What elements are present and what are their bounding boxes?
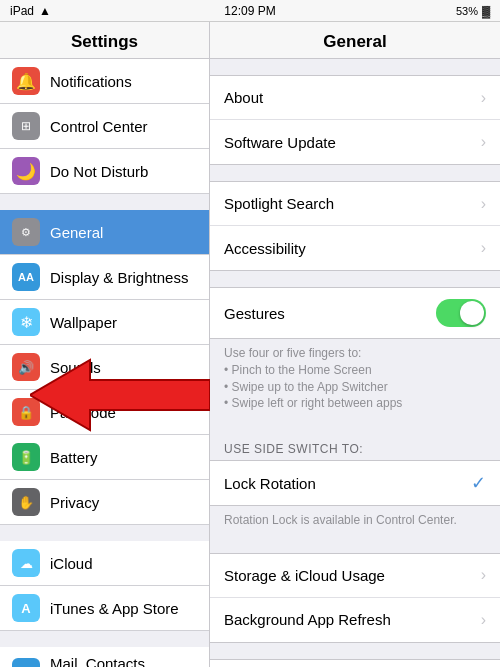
- gestures-label: Gestures: [224, 305, 436, 322]
- row-storage[interactable]: Storage & iCloud Usage ›: [210, 554, 500, 598]
- general-icon: ⚙: [12, 218, 40, 246]
- accessibility-label: Accessibility: [224, 240, 481, 257]
- about-chevron: ›: [481, 89, 486, 107]
- side-switch-label: USE SIDE SWITCH TO:: [210, 436, 500, 460]
- gestures-note: Use four or five fingers to: • Pinch to …: [210, 339, 500, 420]
- sidebar-item-itunes[interactable]: A iTunes & App Store: [0, 586, 209, 631]
- sidebar-item-sounds[interactable]: 🔊 Sounds: [0, 345, 209, 390]
- itunes-icon: A: [12, 594, 40, 622]
- sidebar-item-label: Sounds: [50, 359, 199, 376]
- sidebar-item-label: Do Not Disturb: [50, 163, 199, 180]
- wallpaper-icon: ❄: [12, 308, 40, 336]
- spotlight-label: Spotlight Search: [224, 195, 481, 212]
- sidebar-item-label: iCloud: [50, 555, 199, 572]
- sidebar-item-control-center[interactable]: ⊞ Control Center: [0, 104, 209, 149]
- lock-rotation-checkmark: ✓: [471, 472, 486, 494]
- status-carrier: iPad ▲: [10, 4, 51, 18]
- row-accessibility[interactable]: Accessibility ›: [210, 226, 500, 270]
- about-label: About: [224, 89, 481, 106]
- status-bar: iPad ▲ 12:09 PM 53% ▓: [0, 0, 500, 22]
- row-autolock[interactable]: Auto-Lock 2 Minutes ›: [210, 660, 500, 667]
- status-right: 53% ▓: [456, 5, 490, 17]
- sidebar-item-wallpaper[interactable]: ❄ Wallpaper: [0, 300, 209, 345]
- row-software-update[interactable]: Software Update ›: [210, 120, 500, 164]
- accessibility-chevron: ›: [481, 239, 486, 257]
- row-lock-rotation[interactable]: Lock Rotation ✓: [210, 461, 500, 505]
- sidebar-item-icloud[interactable]: ☁ iCloud: [0, 541, 209, 586]
- main-layout: Settings 🔔 Notifications ⊞ Control Cente…: [0, 22, 500, 667]
- sidebar-separator: [0, 194, 209, 210]
- battery-icon: ▓: [482, 5, 490, 17]
- background-chevron: ›: [481, 611, 486, 629]
- section-side-switch: USE SIDE SWITCH TO: Lock Rotation ✓ Rota…: [210, 436, 500, 537]
- section-autolock: Auto-Lock 2 Minutes › Restrictions On › …: [210, 659, 500, 667]
- software-update-chevron: ›: [481, 133, 486, 151]
- status-time: 12:09 PM: [224, 4, 275, 18]
- sidebar-item-battery[interactable]: 🔋 Battery: [0, 435, 209, 480]
- sidebar-item-mail[interactable]: ✉ Mail, Contacts, Calendars: [0, 647, 209, 667]
- sidebar-item-general[interactable]: ⚙ General: [0, 210, 209, 255]
- sidebar-item-label: iTunes & App Store: [50, 600, 199, 617]
- sidebar-item-label: Notifications: [50, 73, 199, 90]
- spotlight-chevron: ›: [481, 195, 486, 213]
- battery-icon: 🔋: [12, 443, 40, 471]
- storage-label: Storage & iCloud Usage: [224, 567, 481, 584]
- sidebar-item-label: Mail, Contacts, Calendars: [50, 655, 199, 667]
- lock-rotation-label: Lock Rotation: [224, 475, 471, 492]
- sidebar-item-label: Privacy: [50, 494, 199, 511]
- sidebar-item-label: Wallpaper: [50, 314, 199, 331]
- section-gestures: Gestures Use four or five fingers to: • …: [210, 287, 500, 420]
- content-title: General: [210, 22, 500, 59]
- display-brightness-icon: AA: [12, 263, 40, 291]
- row-spotlight[interactable]: Spotlight Search ›: [210, 182, 500, 226]
- section-about: About › Software Update ›: [210, 75, 500, 165]
- notifications-icon: 🔔: [12, 67, 40, 95]
- row-gestures[interactable]: Gestures: [210, 288, 500, 338]
- background-refresh-label: Background App Refresh: [224, 611, 481, 628]
- sidebar-item-label: General: [50, 224, 199, 241]
- privacy-icon: ✋: [12, 488, 40, 516]
- sidebar: Settings 🔔 Notifications ⊞ Control Cente…: [0, 22, 210, 667]
- sidebar-item-label: Passcode: [50, 404, 199, 421]
- mail-icon: ✉: [12, 658, 40, 667]
- row-about[interactable]: About ›: [210, 76, 500, 120]
- section-storage: Storage & iCloud Usage › Background App …: [210, 553, 500, 643]
- content-area: General About › Software Update ›: [210, 22, 500, 667]
- sidebar-item-label: Display & Brightness: [50, 269, 199, 286]
- gestures-toggle[interactable]: [436, 299, 486, 327]
- row-background-refresh[interactable]: Background App Refresh ›: [210, 598, 500, 642]
- sidebar-title: Settings: [0, 22, 209, 59]
- passcode-icon: 🔒: [12, 398, 40, 426]
- icloud-icon: ☁: [12, 549, 40, 577]
- sidebar-item-notifications[interactable]: 🔔 Notifications: [0, 59, 209, 104]
- sidebar-item-label: Battery: [50, 449, 199, 466]
- sidebar-item-passcode[interactable]: 🔒 Passcode: [0, 390, 209, 435]
- sidebar-item-label: Control Center: [50, 118, 199, 135]
- sidebar-item-do-not-disturb[interactable]: 🌙 Do Not Disturb: [0, 149, 209, 194]
- storage-chevron: ›: [481, 566, 486, 584]
- sidebar-item-display-brightness[interactable]: AA Display & Brightness: [0, 255, 209, 300]
- sidebar-item-privacy[interactable]: ✋ Privacy: [0, 480, 209, 525]
- wifi-icon: ▲: [39, 4, 51, 18]
- battery-percent: 53%: [456, 5, 478, 17]
- lock-rotation-note: Rotation Lock is available in Control Ce…: [210, 506, 500, 537]
- control-center-icon: ⊞: [12, 112, 40, 140]
- section-spotlight: Spotlight Search › Accessibility ›: [210, 181, 500, 271]
- sounds-icon: 🔊: [12, 353, 40, 381]
- sidebar-separator-3: [0, 631, 209, 647]
- do-not-disturb-icon: 🌙: [12, 157, 40, 185]
- sidebar-separator-2: [0, 525, 209, 541]
- software-update-label: Software Update: [224, 134, 481, 151]
